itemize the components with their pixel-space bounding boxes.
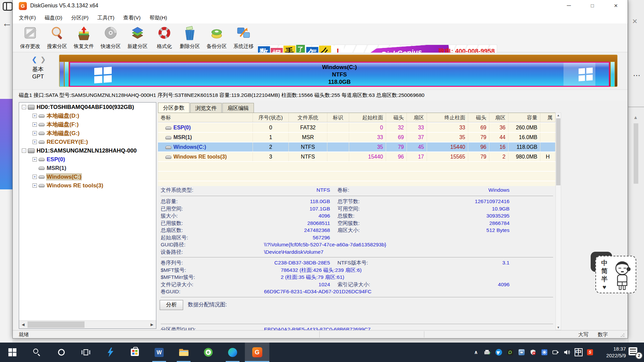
expand-icon[interactable]: +	[33, 122, 37, 127]
pinned-app-lightning[interactable]	[98, 343, 122, 362]
cortana-button[interactable]	[49, 343, 73, 362]
ime-mode-halfwidth[interactable]: 半	[601, 275, 608, 283]
tree-item-hd0[interactable]: -HD0:TOSHIBAMQ04ABF100(932GB)	[19, 103, 156, 111]
tree-horizontal-scrollbar[interactable]: ◀ ▶	[19, 320, 156, 328]
delete-partition-button[interactable]: 删除分区	[176, 24, 203, 51]
recovery-partition-block[interactable]	[610, 62, 615, 87]
sogou-tray-icon[interactable]: S	[584, 343, 596, 362]
close-button[interactable]: ×	[608, 0, 624, 12]
new-partition-button[interactable]: 新建分区	[124, 24, 151, 51]
ime-mode-simplified[interactable]: 简	[601, 267, 608, 275]
esp-partition-block[interactable]	[59, 62, 64, 87]
tree-item-recovery-e[interactable]: +RECOVERY(E:)	[19, 137, 156, 146]
scrollbar-thumb[interactable]	[28, 321, 85, 328]
col-index-status[interactable]: 序号(状态)	[253, 113, 289, 122]
collapse-icon[interactable]: -	[22, 105, 26, 109]
tree-item-windows-c[interactable]: +Windows(C:)	[19, 172, 156, 181]
expand-icon[interactable]: +	[33, 175, 37, 179]
notification-center-button[interactable]: 2	[626, 343, 643, 362]
table-row-esp[interactable]: ESP(0) 0 FAT32 0 32 33 33 69 36 260.0MB	[158, 122, 555, 132]
analyze-button[interactable]: 分析	[160, 300, 183, 310]
intel-graphics-tray-icon[interactable]	[516, 343, 527, 362]
tab-partition-params[interactable]: 分区参数	[158, 103, 190, 113]
taskbar-search-button[interactable]	[24, 343, 49, 362]
edge-button[interactable]	[220, 343, 245, 362]
menu-disk[interactable]: 磁盘(D)	[45, 14, 62, 21]
green-browser-button[interactable]: e	[196, 343, 220, 362]
tree-item-local-d[interactable]: +本地磁盘(D:)	[19, 111, 156, 120]
back-arrow-icon[interactable]: ←	[2, 17, 12, 29]
scroll-up-icon[interactable]: ▲	[556, 114, 561, 117]
col-start-sector[interactable]: 扇区	[407, 113, 427, 122]
power-plug-tray-icon[interactable]	[550, 343, 561, 362]
col-start-head[interactable]: 磁头	[386, 113, 407, 122]
scroll-right-icon[interactable]: ▶	[148, 321, 156, 328]
tree-item-local-g[interactable]: +本地磁盘(G:)	[19, 129, 156, 137]
minimize-button[interactable]: ─	[561, 0, 577, 12]
expand-icon[interactable]: +	[33, 157, 37, 162]
col-flag[interactable]: 标识	[327, 113, 349, 122]
disk-partition-map[interactable]: Windows(C:) NTFS 118.0GB	[59, 55, 618, 87]
task-view-button[interactable]	[73, 343, 98, 362]
quick-partition-button[interactable]: 快速分区	[97, 24, 124, 51]
table-row-msr[interactable]: MSR(1) 1 MSR 33 69 37 35 79 44 16.0MB	[158, 132, 555, 142]
format-button[interactable]: 格式化	[151, 24, 178, 51]
collapse-icon[interactable]: -	[22, 148, 26, 153]
nvidia-tray-icon[interactable]	[504, 343, 516, 362]
tab-sector-edit[interactable]: 扇区编辑	[222, 103, 254, 113]
volume-tray-icon[interactable]	[561, 343, 573, 362]
tree-item-local-f[interactable]: +本地磁盘(F:)	[19, 120, 156, 129]
word-button[interactable]: W	[147, 343, 171, 362]
ime-status-panel[interactable]: 中 简 半 ♥	[595, 256, 636, 294]
expand-icon[interactable]: +	[33, 114, 37, 118]
menu-file[interactable]: 文件(F)	[19, 14, 36, 21]
panel-vertical-scrollbar[interactable]: ▲ ▼	[555, 113, 561, 330]
table-row-windows-re[interactable]: Windows RE tools(3) 3 NTFS 15440 96 17 1…	[158, 152, 555, 161]
tab-browse-files[interactable]: 浏览文件	[190, 103, 222, 113]
scrollbar-thumb[interactable]	[556, 118, 560, 185]
recover-files-button[interactable]: 恢复文件	[70, 24, 97, 51]
background-close-icon[interactable]: ×	[632, 16, 637, 26]
tree-item-esp[interactable]: +ESP(0)	[19, 155, 156, 164]
table-row-windows-c[interactable]: Windows(C:) 2 NTFS 35 79 45 15440 96 16 …	[158, 142, 555, 152]
expand-icon[interactable]: +	[33, 131, 37, 135]
windows-c-partition-block[interactable]: Windows(C:) NTFS 118.0GB	[69, 62, 610, 87]
thunder-tray-icon[interactable]	[493, 343, 504, 362]
scroll-left-icon[interactable]: ◀	[19, 321, 27, 328]
expand-icon[interactable]: +	[33, 140, 37, 144]
expand-icon[interactable]: +	[33, 183, 37, 188]
scroll-up-icon[interactable]: ▲	[633, 115, 638, 120]
scrollbar-thumb[interactable]	[634, 123, 638, 184]
start-button[interactable]	[0, 343, 24, 362]
col-capacity[interactable]: 容量	[508, 113, 540, 122]
search-partition-button[interactable]: 搜索分区	[44, 24, 70, 51]
background-menu-icon[interactable]: ⋯	[633, 71, 641, 80]
tree-item-windows-re[interactable]: +Windows RE tools(3)	[19, 181, 156, 190]
save-changes-button[interactable]: 保存更改	[17, 24, 44, 51]
next-disk-arrow-icon[interactable]: ❯	[40, 55, 46, 63]
maximize-button[interactable]: □	[585, 0, 600, 12]
col-end-head[interactable]: 磁头	[468, 113, 489, 122]
microsoft-store-button[interactable]	[122, 343, 147, 362]
backup-partition-button[interactable]: 备份分区	[203, 24, 230, 51]
taskbar-clock[interactable]: 18:37 2022/5/9	[598, 346, 626, 359]
menu-partition[interactable]: 分区(P)	[71, 14, 89, 21]
ime-indicator[interactable]: 中	[573, 343, 584, 362]
tree-item-hd1[interactable]: -HD1:SAMSUNGMZNLN128HAHQ-000	[19, 146, 156, 155]
security-shield-tray-icon[interactable]	[527, 343, 539, 362]
tree-item-msr[interactable]: MSR(1)	[19, 164, 156, 172]
menu-view[interactable]: 查看(V)	[123, 14, 141, 21]
col-end-sector[interactable]: 扇区	[489, 113, 508, 122]
prev-disk-arrow-icon[interactable]: ❮	[32, 55, 37, 63]
ime-mode-chinese[interactable]: 中	[601, 259, 608, 267]
file-explorer-button[interactable]	[171, 343, 196, 362]
col-attr[interactable]: 属性	[540, 113, 555, 122]
diskgenius-taskbar-button[interactable]: G	[245, 343, 269, 362]
msr-partition-block[interactable]	[64, 62, 69, 87]
snowflake-tray-icon[interactable]	[539, 343, 550, 362]
system-migration-button[interactable]: 系统迁移	[230, 24, 257, 51]
menu-help[interactable]: 帮助(H)	[150, 14, 167, 21]
ime-heart-icon[interactable]: ♥	[601, 283, 608, 291]
resize-grip[interactable]	[621, 333, 625, 337]
col-volume[interactable]: 卷标	[158, 113, 253, 122]
